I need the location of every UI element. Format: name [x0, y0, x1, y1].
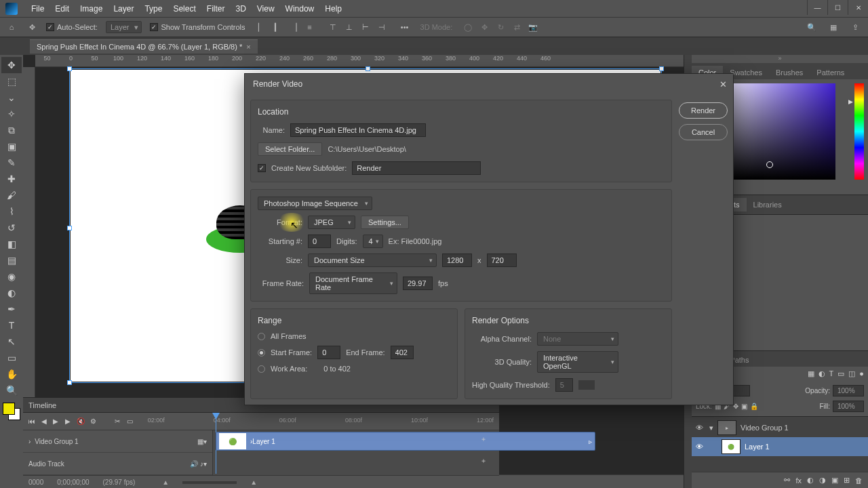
layer-name[interactable]: Layer 1 [745, 443, 770, 451]
shape-tool[interactable]: ▭ [1, 350, 22, 366]
clip-end-icon[interactable]: ▹ [589, 438, 592, 445]
layer-row[interactable]: 👁 🟢 Layer 1 [692, 437, 868, 456]
menu-filter[interactable]: Filter [201, 4, 231, 14]
tab-brushes[interactable]: Brushes [769, 66, 810, 79]
visibility-icon[interactable]: 👁 [696, 443, 705, 451]
home-icon[interactable]: ⌂ [5, 21, 18, 33]
gradient-tool[interactable]: ▤ [1, 252, 22, 268]
start-frame-input[interactable] [317, 346, 340, 359]
auto-select-target[interactable]: Layer [106, 21, 142, 33]
menu-view[interactable]: View [252, 4, 280, 14]
dodge-tool[interactable]: ◐ [1, 285, 22, 301]
lock-all-icon[interactable]: 🔒 [750, 403, 758, 410]
chevron-down-icon[interactable]: ▾ [709, 424, 713, 432]
align-more-icon[interactable]: ≡ [302, 20, 317, 35]
split-icon[interactable]: ✂ [115, 415, 121, 428]
select-folder-button[interactable]: Select Folder... [258, 142, 322, 156]
zoom-in-icon[interactable]: ▲ [250, 479, 257, 486]
prev-frame-icon[interactable]: ◀ [41, 415, 47, 428]
stamp-tool[interactable]: ⌇ [1, 203, 22, 220]
frame-tool[interactable]: ▣ [1, 138, 22, 155]
transition-icon[interactable]: ▭ [126, 415, 133, 428]
handle-tc[interactable] [366, 66, 370, 71]
type-tool[interactable]: T [1, 317, 22, 333]
link-icon[interactable]: ⚯ [784, 476, 790, 485]
marquee-tool[interactable]: ⬚ [1, 73, 22, 89]
width-input[interactable] [442, 253, 472, 267]
zoom-slider[interactable] [182, 481, 237, 484]
group-icon[interactable]: ▣ [831, 476, 838, 485]
window-minimize[interactable]: — [807, 0, 827, 15]
heal-tool[interactable]: ✚ [1, 171, 22, 187]
menu-help[interactable]: Help [319, 4, 347, 14]
work-area-radio[interactable] [258, 365, 265, 373]
filmstrip-icon[interactable]: ▦▾ [197, 438, 207, 445]
encoder-select[interactable]: Photoshop Image Sequence [258, 197, 372, 210]
settings-icon[interactable]: ⚙ [90, 415, 97, 428]
render-button[interactable]: Render [679, 102, 728, 119]
dialog-close-button[interactable]: ✕ [717, 78, 729, 90]
start-frame-radio[interactable] [258, 349, 265, 357]
fx-icon[interactable]: fx [795, 476, 802, 485]
document-tab[interactable]: Spring Push Effect In Cinema 4D @ 66.7% … [30, 39, 258, 54]
history-brush-tool[interactable]: ↺ [1, 220, 22, 236]
play-icon[interactable]: ▶ [53, 415, 60, 428]
menu-type[interactable]: Type [139, 4, 167, 14]
align-center-icon[interactable]: ▎ [270, 20, 285, 35]
format-select[interactable]: JPEG [308, 216, 355, 229]
menu-file[interactable]: File [26, 4, 50, 14]
dist-bot-icon[interactable]: ⊢ [358, 20, 373, 35]
filter-adj-icon[interactable]: ◐ [818, 369, 825, 378]
pen-tool[interactable]: ✒ [1, 301, 22, 317]
lasso-tool[interactable]: ⌄ [1, 89, 22, 106]
wand-tool[interactable]: ✧ [1, 106, 22, 122]
move-tool[interactable]: ✥ [1, 57, 22, 73]
handle-bl[interactable] [67, 380, 72, 385]
menu-image[interactable]: Image [75, 4, 108, 14]
window-close[interactable]: ✕ [848, 0, 868, 15]
timeline-clip[interactable]: 🟢 › Layer 1 ▹ [216, 432, 595, 451]
align-right-icon[interactable]: ▕ [286, 20, 301, 35]
layer-group-row[interactable]: 👁 ▾ ▸ Video Group 1 [692, 418, 868, 437]
menu-3d[interactable]: 3D [230, 4, 251, 14]
handle-tr[interactable] [659, 66, 664, 71]
visibility-icon[interactable]: 👁 [696, 424, 705, 432]
settings-button[interactable]: Settings... [361, 216, 409, 229]
dist-top-icon[interactable]: ⊤ [326, 20, 340, 35]
filter-toggle-icon[interactable]: ● [859, 369, 864, 378]
show-transform-check[interactable]: ✓Show Transform Controls [150, 23, 245, 31]
foreground-color[interactable] [3, 403, 15, 415]
subfolder-checkbox[interactable]: ✓ [258, 164, 266, 172]
window-maximize[interactable]: ☐ [827, 0, 848, 15]
layer-name[interactable]: Video Group 1 [741, 424, 789, 432]
audio-icon[interactable]: 🔊 ♪▾ [190, 460, 207, 468]
menu-layer[interactable]: Layer [108, 4, 139, 14]
opacity-value[interactable]: 100% [833, 385, 864, 396]
framerate-select[interactable]: Document Frame Rate [309, 272, 397, 294]
name-input[interactable] [290, 123, 426, 137]
tab-patterns[interactable]: Patterns [810, 66, 851, 79]
blur-tool[interactable]: ◉ [1, 268, 22, 285]
audio-mute-icon[interactable]: 🔇 [77, 415, 85, 428]
eraser-tool[interactable]: ◧ [1, 236, 22, 252]
menu-edit[interactable]: Edit [50, 4, 75, 14]
3d-quality-select[interactable]: Interactive OpenGL [537, 351, 618, 373]
track-video-group[interactable]: ›Video Group 1 ▦▾ [23, 430, 212, 453]
subfolder-input[interactable] [352, 161, 481, 175]
hand-tool[interactable]: ✋ [1, 366, 22, 382]
panel-collapse-icon[interactable]: » [692, 55, 868, 63]
next-frame-icon[interactable]: ▶ [64, 415, 71, 428]
framerate-input[interactable] [403, 277, 433, 290]
handle-ml[interactable] [67, 226, 72, 230]
new-layer-icon[interactable]: ⊞ [844, 476, 850, 485]
eyedropper-tool[interactable]: ✎ [1, 155, 22, 171]
brush-tool[interactable]: 🖌 [1, 187, 22, 203]
filter-pixel-icon[interactable]: ▦ [808, 369, 814, 378]
workspace-icon[interactable]: ▦ [826, 20, 841, 35]
filter-type-icon[interactable]: T [829, 369, 834, 378]
color-cursor[interactable] [766, 161, 773, 168]
starting-input[interactable] [308, 235, 331, 248]
zoom-tool[interactable]: 🔍 [1, 382, 22, 399]
menu-window[interactable]: Window [280, 4, 320, 14]
go-start-icon[interactable]: ⏮ [28, 415, 35, 428]
